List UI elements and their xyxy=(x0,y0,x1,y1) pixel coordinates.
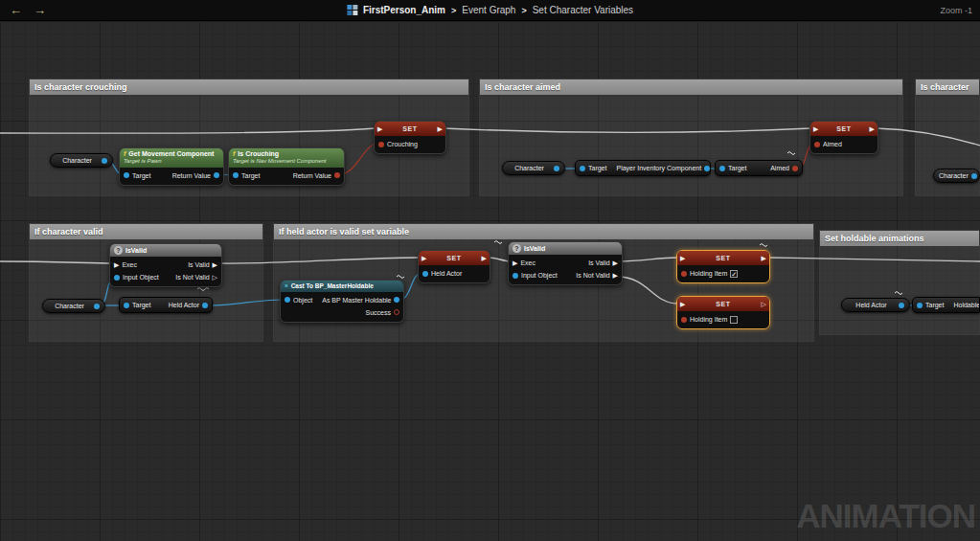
comment-header[interactable]: Is character crouching xyxy=(30,79,468,95)
node-subtitle: Target is Nav Movement Component xyxy=(233,158,340,165)
get-player-inventory-component-node[interactable]: Target Player Inventory Component xyxy=(575,160,711,176)
forward-icon[interactable]: → xyxy=(34,4,46,16)
set-aimed-node[interactable]: ▶ SET ▶ Aimed xyxy=(809,121,878,154)
function-icon: f xyxy=(124,150,125,158)
exec-in-pin[interactable]: ▶ xyxy=(114,261,119,268)
variable-label: Held Actor xyxy=(169,302,199,308)
cast-to-bp-masterholdable-node[interactable]: »Cast To BP_MasterHoldable Object As BP … xyxy=(280,280,404,323)
pin-label: Success xyxy=(366,309,391,316)
comment-header[interactable]: If character valid xyxy=(30,224,262,239)
node-title: Cast To BP_MasterHoldable xyxy=(291,282,374,290)
return-value-pin[interactable] xyxy=(214,172,219,178)
comment-header[interactable]: If held actor is valid set variable xyxy=(274,224,813,239)
is-not-valid-exec-pin[interactable]: ▶ xyxy=(613,272,618,279)
set-holding-item-true-node[interactable]: ▶ SET ▶ Holding Item ✓ xyxy=(676,250,770,283)
isvalid-node[interactable]: ?IsValid ▶ Exec Is Valid ▶ Input Object … xyxy=(508,241,623,285)
output-pin[interactable] xyxy=(792,166,798,171)
exec-out-pin[interactable]: ▶ xyxy=(870,125,875,132)
set-title: SET xyxy=(426,255,481,261)
variable-label: Player Inventory Component xyxy=(616,165,701,171)
character-variable-node[interactable]: Character xyxy=(42,299,105,313)
set-crouching-node[interactable]: ▶ SET ▶ Crouching xyxy=(374,121,446,154)
target-pin[interactable] xyxy=(719,166,725,171)
comment-set-holdable-animations[interactable]: Set holdable animations xyxy=(819,230,980,335)
pin-label: Return Value xyxy=(293,172,331,179)
pin-label: Exec xyxy=(520,259,536,266)
is-not-valid-exec-pin[interactable]: ▷ xyxy=(213,274,217,281)
exec-out-pin[interactable]: ▶ xyxy=(438,125,443,132)
exec-in-pin[interactable]: ▶ xyxy=(513,259,517,266)
node-header: »Cast To BP_MasterHoldable xyxy=(281,281,403,292)
question-icon: ? xyxy=(114,246,123,255)
bool-pin[interactable] xyxy=(681,317,687,323)
input-object-pin[interactable] xyxy=(513,273,518,279)
held-actor-variable-node[interactable]: Held Actor xyxy=(841,298,910,312)
node-header: ▶ SET ▶ xyxy=(375,122,445,136)
graph-title-bar: ← → FirstPerson_Anim > Event Graph > Set… xyxy=(0,0,980,21)
character-variable-node[interactable]: Character xyxy=(50,153,113,168)
bool-pin[interactable] xyxy=(681,271,687,277)
output-pin[interactable] xyxy=(704,166,710,171)
exec-out-pin[interactable]: ▷ xyxy=(762,301,766,307)
isvalid-node[interactable]: ?IsValid ▶ Exec Is Valid ▶ Input Object … xyxy=(109,243,222,287)
character-variable-node[interactable]: Character xyxy=(502,161,565,175)
output-pin[interactable] xyxy=(554,166,559,171)
output-pin[interactable] xyxy=(899,303,904,308)
pin-label: Target xyxy=(925,302,944,308)
node-header: ▶ SET ▷ xyxy=(677,297,769,311)
is-crouching-node[interactable]: fIs Crouching Target is Nav Movement Com… xyxy=(228,147,345,186)
as-cast-output-pin[interactable] xyxy=(394,297,399,303)
object-pin[interactable] xyxy=(285,297,290,303)
target-pin[interactable] xyxy=(124,172,129,178)
is-valid-exec-pin[interactable]: ▶ xyxy=(213,261,217,268)
get-movement-component-node[interactable]: fGet Movement Component Target is Pawn T… xyxy=(119,147,224,186)
success-pin[interactable] xyxy=(394,309,399,315)
target-pin[interactable] xyxy=(124,303,129,308)
variable-label: Character xyxy=(56,157,99,164)
pin-label: Is Not Valid xyxy=(576,272,609,279)
exec-out-pin[interactable]: ▶ xyxy=(762,255,766,261)
target-pin[interactable] xyxy=(917,303,923,308)
set-holding-item-false-node[interactable]: ▶ SET ▷ Holding Item xyxy=(676,296,770,329)
pin-label: Is Valid xyxy=(188,261,209,268)
output-pin[interactable] xyxy=(102,158,107,164)
output-pin[interactable] xyxy=(971,173,977,179)
output-pin[interactable] xyxy=(94,304,100,309)
breadcrumb-asset[interactable]: FirstPerson_Anim xyxy=(363,5,445,15)
output-pin[interactable] xyxy=(202,303,208,308)
character-variable-node[interactable]: Character xyxy=(933,169,980,183)
variable-label: Character xyxy=(939,172,969,179)
node-header: fGet Movement Component Target is Pawn xyxy=(120,148,223,168)
breadcrumb-event-graph[interactable]: Event Graph xyxy=(462,5,515,15)
bool-checkbox-unchecked[interactable] xyxy=(730,316,738,324)
exec-out-pin[interactable]: ▶ xyxy=(482,255,487,261)
get-holdable-node[interactable]: Target Holdable xyxy=(912,297,980,313)
variable-label: Aimed xyxy=(823,141,842,147)
get-held-actor-node[interactable]: Target Held Actor xyxy=(119,297,213,313)
return-value-pin[interactable] xyxy=(334,172,340,178)
variable-label: Held Actor xyxy=(847,302,896,308)
function-icon: f xyxy=(233,150,235,158)
bool-pin[interactable] xyxy=(378,142,384,147)
set-held-actor-node[interactable]: ▶ SET ▶ Held Actor xyxy=(418,250,490,283)
pin-label: Object xyxy=(293,297,312,304)
node-header: ▶ SET ▶ xyxy=(677,251,769,265)
breadcrumb: FirstPerson_Anim > Event Graph > Set Cha… xyxy=(347,5,633,15)
target-pin[interactable] xyxy=(233,172,239,178)
input-object-pin[interactable] xyxy=(114,275,120,281)
back-icon[interactable]: ← xyxy=(10,4,22,16)
object-pin[interactable] xyxy=(422,271,428,277)
get-aimed-node[interactable]: Target Aimed xyxy=(715,160,803,176)
comment-header[interactable]: Is character xyxy=(916,79,979,95)
bool-pin[interactable] xyxy=(814,142,820,147)
blueprint-icon xyxy=(347,5,357,15)
comment-header[interactable]: Is character aimed xyxy=(480,79,902,95)
comment-header[interactable]: Set holdable animations xyxy=(820,231,979,246)
set-title: SET xyxy=(685,301,761,307)
pin-label: Return Value xyxy=(172,172,211,179)
target-pin[interactable] xyxy=(580,166,585,171)
is-valid-exec-pin[interactable]: ▶ xyxy=(613,259,618,266)
breadcrumb-node-path[interactable]: Set Character Variables xyxy=(533,5,633,15)
bool-checkbox-checked[interactable]: ✓ xyxy=(730,270,738,278)
pin-label: Target xyxy=(241,172,260,179)
